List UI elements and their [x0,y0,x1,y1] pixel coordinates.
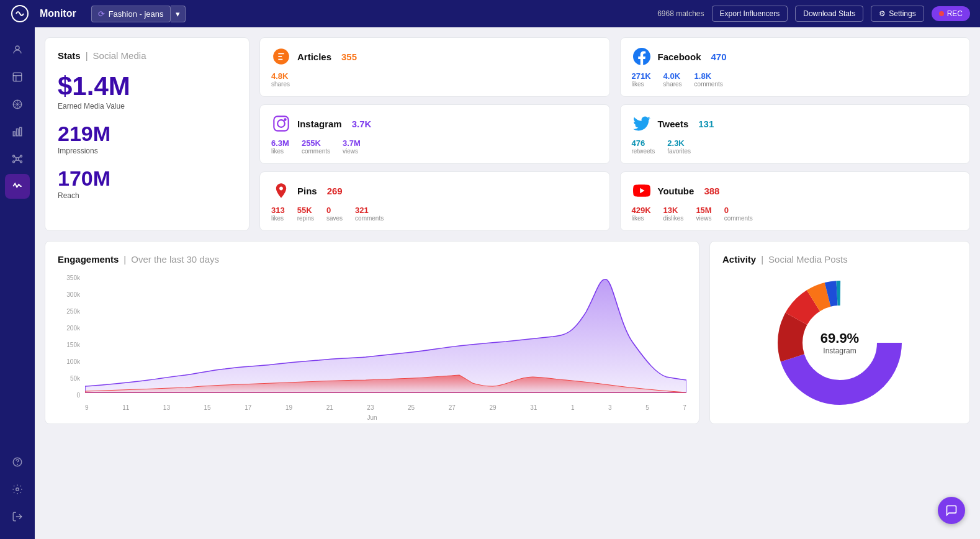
sidebar-item-network[interactable] [5,147,30,171]
sidebar-item-user[interactable] [5,37,30,62]
activity-title: Activity | Social Media Posts [722,254,848,265]
filter-label: Fashion - jeans [109,9,164,19]
youtube-stat-views: 15M views [696,206,711,222]
chart-svg [85,274,686,399]
articles-icon [271,47,291,66]
pins-header: Pins 269 [271,181,598,201]
settings-button[interactable]: ⚙ Settings [871,6,924,22]
sidebar-item-settings[interactable] [5,477,30,502]
articles-card: Articles 355 4.8K shares [259,37,610,97]
instagram-icon [271,114,291,134]
pins-stat-comments: 321 comments [355,206,384,222]
pins-card: Pins 269 313 likes 55K repins 0 saves [259,171,610,231]
svg-point-1 [16,46,19,50]
articles-stats: 4.8K shares [271,71,598,88]
facebook-stat-comments: 1.8K comments [695,71,723,88]
youtube-count: 388 [704,186,719,196]
activity-subtitle: Social Media Posts [768,254,848,265]
tweets-header: Tweets 131 [632,114,959,134]
facebook-icon [632,47,652,66]
emv-value: $1.4M [58,73,236,99]
rec-label: REC [947,9,963,18]
instagram-stat-views: 3.7M views [343,138,361,155]
youtube-stat-dislikes: 13K dislikes [663,206,684,222]
filter-dropdown-button[interactable]: ▾ [171,6,186,22]
instagram-card: Instagram 3.7K 6.3M likes 255K comments … [259,104,610,164]
export-influencers-button[interactable]: Export Influencers [712,6,788,22]
donut-chart: 69.9% Instagram [771,274,908,411]
emv-label: Earned Media Value [58,102,236,111]
platform-grid-right: Facebook 470 271K likes 4.0K shares 1.8K… [620,37,971,231]
svg-point-17 [17,464,18,464]
tweets-icon [632,114,652,134]
svg-rect-4 [13,132,15,136]
facebook-name: Facebook [658,52,701,62]
activity-label: Activity [722,254,756,265]
sidebar-item-stats[interactable] [5,119,30,144]
filter-button[interactable]: ⟳ Fashion - jeans [91,6,171,22]
sidebar-item-grid[interactable] [5,92,30,117]
main-content: Stats | Social Media $1.4M Earned Media … [35,27,980,539]
youtube-card: Youtube 388 429K likes 13K dislikes 15M … [620,171,971,231]
svg-point-8 [13,155,15,157]
pins-count: 269 [327,186,343,196]
engagements-subtitle: Over the last 30 days [131,254,219,265]
youtube-header: Youtube 388 [632,181,959,201]
download-stats-button[interactable]: Download Stats [795,6,863,22]
sidebar [0,27,35,539]
instagram-count: 3.7K [352,119,372,129]
youtube-name: Youtube [658,186,695,196]
engagements-title: Engagements | Over the last 30 days [58,254,686,265]
tweets-stats: 476 retweets 2.3K favorites [632,138,959,155]
rec-dot [939,11,944,16]
svg-point-23 [284,119,285,120]
stats-label: Stats [58,50,81,61]
tweets-name: Tweets [658,119,689,129]
youtube-icon [632,181,652,201]
instagram-stat-comments: 255K comments [302,138,330,155]
facebook-count: 470 [711,52,727,62]
pins-icon [271,181,291,201]
rec-button[interactable]: REC [932,6,970,21]
export-label: Export Influencers [720,9,780,18]
tweets-stat-retweets: 476 retweets [632,138,655,155]
reach-value: 170M [58,168,236,189]
pins-stat-repins: 55K repins [297,206,314,222]
tweets-stat-favorites: 2.3K favorites [667,138,691,155]
svg-rect-6 [20,127,22,136]
tweets-card: Tweets 131 476 retweets 2.3K favorites [620,104,971,164]
sidebar-item-help[interactable] [5,450,30,474]
svg-line-15 [19,160,20,161]
svg-point-18 [16,488,19,491]
instagram-stats: 6.3M likes 255K comments 3.7M views [271,138,598,155]
youtube-stats: 429K likes 13K dislikes 15M views 0 comm… [632,206,959,222]
facebook-stats: 271K likes 4.0K shares 1.8K comments [632,71,959,88]
instagram-name: Instagram [297,119,342,129]
pins-stat-saves: 0 saves [326,206,343,222]
activity-card: Activity | Social Media Posts [709,241,970,424]
sidebar-item-logout[interactable] [5,504,30,529]
x-axis: 911131517192123252729311357 [85,404,686,411]
facebook-stat-likes: 271K likes [632,71,651,88]
engagements-chart: 350k 300k 250k 200k 150k 100k 50k 0 [58,274,686,411]
gear-icon: ⚙ [879,9,886,18]
pins-stats: 313 likes 55K repins 0 saves 321 comment… [271,206,598,222]
svg-line-13 [19,156,20,158]
bottom-row: Engagements | Over the last 30 days 350k… [45,241,970,424]
facebook-card: Facebook 470 271K likes 4.0K shares 1.8K… [620,37,971,97]
sidebar-item-monitor[interactable] [5,174,30,199]
pins-stat-likes: 313 likes [271,206,285,222]
chat-button[interactable] [938,497,965,524]
instagram-stat-likes: 6.3M likes [271,138,289,155]
articles-name: Articles [297,52,331,62]
svg-rect-5 [17,129,19,136]
svg-point-10 [13,161,15,163]
engagements-label: Engagements [58,254,119,265]
x-axis-label: Jun [367,414,377,421]
sidebar-item-inbox[interactable] [5,65,30,89]
stats-card: Stats | Social Media $1.4M Earned Media … [45,37,249,231]
stats-row: Stats | Social Media $1.4M Earned Media … [45,37,970,231]
svg-rect-2 [13,73,22,81]
stats-card-title: Stats | Social Media [58,50,236,61]
svg-point-22 [277,120,285,127]
